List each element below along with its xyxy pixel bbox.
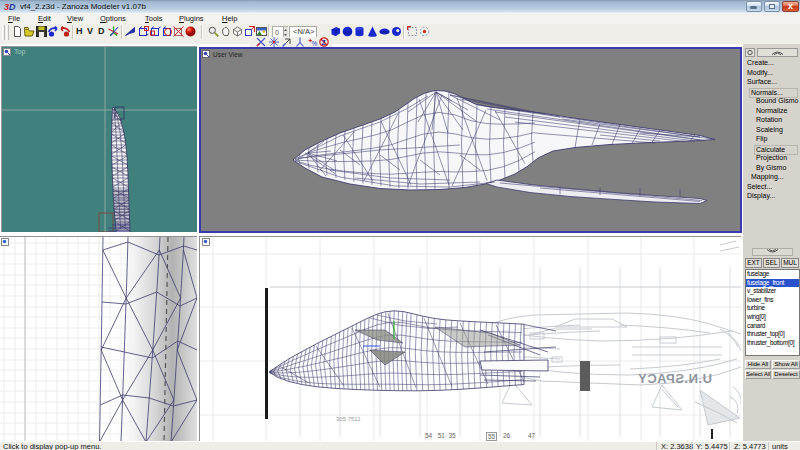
svg-text:U.N.SPACY: U.N.SPACY: [638, 371, 712, 386]
svg-text:%: %: [312, 40, 318, 47]
svg-text:Z: Z: [322, 39, 327, 46]
